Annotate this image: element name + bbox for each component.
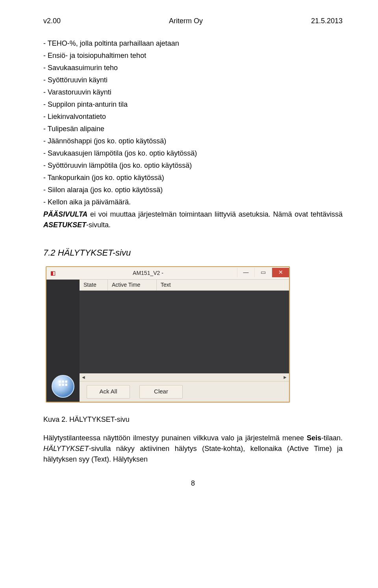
- window-title: AM151_V2 -: [59, 269, 237, 277]
- maximize-button[interactable]: ▭: [254, 268, 272, 277]
- column-header-state[interactable]: State: [80, 280, 108, 290]
- svg-rect-1: [62, 380, 64, 382]
- scroll-right-icon[interactable]: ►: [281, 373, 289, 381]
- list-item: - TEHO-%, jolla poltinta parhaillaan aje…: [43, 38, 343, 49]
- list-item: - Varastoruuvin käynti: [43, 87, 343, 98]
- column-header-text[interactable]: Text: [157, 280, 289, 290]
- scroll-left-icon[interactable]: ◄: [80, 373, 87, 381]
- table-header-row: State Active Time Text: [80, 280, 289, 291]
- list-item: - Suppilon pinta-anturin tila: [43, 99, 343, 110]
- text-run: -sivulta.: [86, 221, 111, 229]
- list-item: - Liekinvalvontatieto: [43, 111, 343, 122]
- section-heading: 7.2 HÄLYTYKSET-sivu: [43, 246, 343, 259]
- window-controls: — ▭ ✕: [237, 269, 289, 277]
- paragraph: PÄÄSIVULTA ei voi muuttaa järjestelmän t…: [43, 209, 343, 230]
- bottom-toolbar: Ack All Clear: [80, 381, 289, 402]
- list-item: - Tankopurkain (jos ko. optio käytössä): [43, 173, 343, 183]
- bullet-list: - TEHO-%, jolla poltinta parhaillaan aje…: [43, 38, 343, 230]
- page: v2.00 Ariterm Oy 21.5.2013 - TEHO-%, jol…: [0, 0, 378, 505]
- minimize-button[interactable]: —: [237, 268, 254, 277]
- grid-icon: [58, 380, 68, 393]
- list-item: - Syöttöruuvin lämpötila (jos ko. optio …: [43, 160, 343, 171]
- clear-button[interactable]: Clear: [139, 385, 183, 399]
- emphasis: Seis: [307, 434, 321, 442]
- app-window: ◧ AM151_V2 - — ▭ ✕: [46, 266, 290, 403]
- page-header: v2.00 Ariterm Oy 21.5.2013: [43, 16, 343, 26]
- text-run: ei voi muuttaa järjestelmän toimintaan l…: [87, 210, 343, 218]
- list-item: - Kellon aika ja päivämäärä.: [43, 197, 343, 208]
- header-right: 21.5.2013: [311, 16, 343, 26]
- ack-all-button[interactable]: Ack All: [87, 385, 130, 399]
- svg-rect-3: [59, 384, 61, 386]
- app-main: State Active Time Text ◄ ► Ack All Clear: [80, 280, 289, 402]
- header-center: Ariterm Oy: [169, 16, 203, 26]
- figure-caption: Kuva 2. HÄLYTYKSET-sivu: [43, 414, 343, 425]
- header-left: v2.00: [43, 16, 61, 26]
- text-run: -tilaan.: [321, 434, 343, 442]
- emphasis: PÄÄSIVULTA: [43, 210, 87, 218]
- list-item: - Savukaasuimurin teho: [43, 63, 343, 73]
- list-item: - Tulipesän alipaine: [43, 124, 343, 134]
- app-icon: ◧: [50, 270, 56, 276]
- svg-rect-0: [59, 380, 61, 382]
- emphasis: ASETUKSET: [43, 221, 86, 229]
- svg-rect-2: [65, 380, 67, 382]
- horizontal-scrollbar[interactable]: ◄ ►: [80, 373, 289, 381]
- list-item: - Ensiö- ja toisiopuhaltimen tehot: [43, 50, 343, 61]
- menu-round-button[interactable]: [52, 375, 74, 398]
- text-run: Hälytystilanteessa näyttöön ilmestyy pun…: [43, 434, 307, 442]
- emphasis: HÄLYTYKSET: [43, 445, 89, 453]
- scroll-track[interactable]: [87, 373, 281, 381]
- alarm-grid-empty: [80, 291, 289, 373]
- svg-rect-4: [62, 384, 64, 386]
- column-header-active-time[interactable]: Active Time: [108, 280, 157, 290]
- page-number: 8: [43, 478, 343, 489]
- close-button[interactable]: ✕: [272, 268, 289, 277]
- list-item: - Jäännöshappi (jos ko. optio käytössä): [43, 136, 343, 147]
- paragraph: Hälytystilanteessa näyttöön ilmestyy pun…: [43, 433, 343, 465]
- svg-rect-5: [65, 384, 67, 386]
- app-sidebar: [46, 280, 80, 402]
- list-item: - Savukaasujen lämpötila (jos ko. optio …: [43, 148, 343, 159]
- list-item: - Syöttöruuvin käynti: [43, 75, 343, 85]
- app-body: State Active Time Text ◄ ► Ack All Clear: [46, 280, 289, 402]
- list-item: - Siilon alaraja (jos ko. optio käytössä…: [43, 185, 343, 195]
- titlebar: ◧ AM151_V2 - — ▭ ✕: [46, 267, 289, 280]
